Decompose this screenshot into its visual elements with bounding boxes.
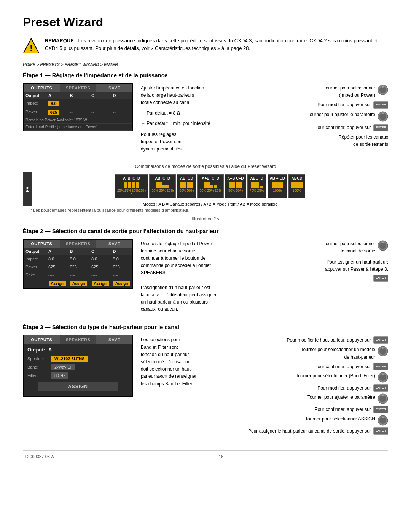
- s2-spkr-a: ----: [46, 271, 68, 279]
- bar-c: [132, 182, 135, 188]
- assign-empty: [24, 279, 46, 288]
- bar-d2: [166, 185, 169, 188]
- imped-d: --: [111, 99, 133, 108]
- mode-abcd: A B C D 25%25%25%25% *: [115, 174, 148, 198]
- enter-icon-s3-1: ENTER: [373, 336, 388, 344]
- ann-s3-confirm2: Pour confirmer, appuyer sur ENTER: [232, 406, 388, 413]
- warning-text: REMARQUE : Les niveaux de puissance indi…: [45, 37, 388, 52]
- step2-tab-outputs[interactable]: OUTPUTS: [24, 240, 60, 248]
- step3-content: Output: A Speaker: WL2102 8LFNS Band: 2-…: [24, 344, 132, 396]
- power-label: Power:: [24, 108, 46, 117]
- col-b: B: [68, 92, 90, 99]
- power-b: --: [68, 108, 90, 117]
- svg-point-10: [382, 242, 384, 243]
- step3-output-label: Output:: [27, 347, 45, 353]
- step3-speaker-row: Speaker: WL2102 8LFNS: [27, 356, 129, 362]
- s2-spkr-c: ----: [89, 271, 111, 279]
- ann-impedance-line1: Ajuster l'impédance en fonction: [141, 85, 228, 92]
- step3-tab-speakers[interactable]: SPEAKERS: [60, 335, 97, 344]
- enter-icon-s2: ENTER: [373, 275, 388, 282]
- remaining-power: Remaining Power Available: 1875 W: [24, 117, 132, 124]
- footer-center: 16: [219, 454, 223, 459]
- enter-icon-s3-4: ENTER: [373, 406, 388, 413]
- s2-col-a: A: [46, 248, 68, 255]
- s2-power-c: 625: [89, 263, 111, 271]
- mode-ab-cd: AB CD 50%50%: [177, 174, 196, 198]
- step1-title: Étape 1 — Réglage de l'impédance et de l…: [23, 72, 388, 78]
- step3-tab-save[interactable]: SAVE: [96, 335, 132, 344]
- modes-grid: A B C D 25%25%25%25% * AB C D: [32, 172, 388, 200]
- ann-s3-turn-band: Tourner pour sélectionner (Band, Filter): [232, 372, 388, 383]
- step3-band-row: Band: 2-Way LF: [27, 364, 129, 370]
- tab-speakers[interactable]: SPEAKERS: [60, 84, 97, 92]
- ann-default-min: ← Par défaut = min. pour intensité: [141, 120, 228, 127]
- illustration-note: – Illustration 25 –: [23, 216, 388, 222]
- enter-icon-1: ENTER: [373, 101, 388, 109]
- tab-outputs[interactable]: OUTPUTS: [24, 84, 60, 92]
- modes-legend: Modes : A B = Canaux séparés / A+B = Mod…: [32, 202, 388, 206]
- step3-tab-outputs[interactable]: OUTPUTS: [24, 335, 60, 344]
- breadcrumb: HOME > PRESETS > PRESET WIZARD > ENTER: [23, 62, 388, 67]
- power-d: --: [111, 108, 133, 117]
- ann-confirm: Pour confirmer, appuyer sur ENTER: [236, 124, 388, 131]
- step3-output-value: A: [48, 347, 52, 353]
- step2-tab-save[interactable]: SAVE: [96, 240, 132, 248]
- s2-col-d: D: [111, 248, 133, 255]
- assign-d-button[interactable]: Assign: [113, 281, 130, 286]
- ann-s2-assign: Pour assigner un haut-parleur; appuyer s…: [240, 259, 388, 273]
- step3-title: Étape 3 — Sélection du type de haut-parl…: [23, 324, 388, 330]
- bar-c2: [162, 185, 166, 188]
- s2-imped-b: 8.0: [68, 255, 90, 263]
- s2-spkr-d: ----: [111, 271, 133, 279]
- assign-c-cell: Assign: [89, 279, 111, 288]
- svg-text:!: !: [30, 43, 32, 53]
- modes-content: A B C D 25%25%25%25% * AB C D: [32, 172, 388, 206]
- step3-tabs: OUTPUTS SPEAKERS SAVE: [24, 335, 132, 344]
- step2-right-annotations: Tourner pour sélectionner le canal de so…: [240, 239, 388, 282]
- assign-c-button[interactable]: Assign: [92, 281, 109, 286]
- imped-c: --: [89, 99, 111, 108]
- bar-ab: [156, 182, 162, 188]
- s2-imped-d: 8.0: [111, 255, 133, 263]
- step3-panel: OUTPUTS SPEAKERS SAVE Output: A Speaker:…: [23, 335, 133, 397]
- ann-linked-3: dynamiquement liés.: [141, 145, 228, 153]
- modes-label: Combinaisons de modes de sortie possible…: [135, 164, 276, 169]
- assign-b-button[interactable]: Assign: [70, 281, 87, 286]
- knob-icon-2: [378, 111, 388, 122]
- step2-panel: OUTPUTS SPEAKERS SAVE Output: A B C D Im…: [23, 239, 133, 289]
- power-c: --: [89, 108, 111, 117]
- knob-icon-s3-3: [378, 393, 388, 404]
- s2-spkr-b: ----: [68, 271, 90, 279]
- svg-point-13: [382, 347, 384, 349]
- ann-turn-select: Tourner pour sélectionner (Imped ou Powe…: [236, 85, 388, 99]
- ann-s3-confirm: Pour confirmer, appuyer sur ENTER: [232, 363, 388, 371]
- step3-left-text: Les sélections pour Band et Filter sont …: [141, 335, 225, 387]
- ann-linked-2: Imped et Power sont: [141, 138, 228, 145]
- ann-linked-1: Pour les réglages,: [141, 131, 228, 138]
- step2-grid: Output: A B C D Imped: 8.0 8.0 8.0 8.0 P…: [24, 248, 132, 279]
- ann-default-8: ← Par défaut = 8 Ω: [141, 110, 228, 117]
- ann-turn-adjust: Tourner pour ajuster le paramètre: [236, 111, 388, 122]
- s2-power-label: Power:: [24, 263, 46, 271]
- speaker-value: WL2102 8LFNS: [51, 356, 88, 362]
- s2-imped-a: 8.0: [46, 255, 68, 263]
- assign-a-button[interactable]: Assign: [49, 281, 66, 286]
- bar-d: [136, 182, 139, 188]
- assign-big-button[interactable]: ASSIGN: [38, 382, 119, 391]
- step3-right-annotations: Pour modifier le haut-parleur, appuyer s…: [232, 335, 388, 435]
- step2-section: OUTPUTS SPEAKERS SAVE Output: A B C D Im…: [23, 239, 388, 313]
- enter-icon-s3-2: ENTER: [373, 363, 388, 371]
- ann-s3-turn-adj: Tourner pour ajuster le paramètre: [232, 393, 388, 404]
- step3-output-row: Output: A: [27, 347, 129, 353]
- panel-grid-step1: Output: A B C D Imped: 8.0 -- -- -- Powe…: [24, 92, 132, 117]
- knob-icon-s3-1: [378, 346, 388, 356]
- ann-press-modify: Pour modifier, appuyer sur ENTER: [236, 101, 388, 109]
- step3-section: OUTPUTS SPEAKERS SAVE Output: A Speaker:…: [23, 335, 388, 435]
- tab-save[interactable]: SAVE: [96, 84, 132, 92]
- ann-s3-turn-assign: Tourner pour sélectionner ASSIGN: [232, 415, 388, 426]
- page-title: Preset Wizard: [23, 15, 388, 29]
- step2-tab-speakers[interactable]: SPEAKERS: [60, 240, 97, 248]
- modes-with-fr: FR A B C D 25%25%25%25% *: [23, 172, 388, 206]
- bar-b: [128, 182, 131, 188]
- ann-s3-turn-model: Tourner pour sélectionner un modèlede ha…: [232, 346, 388, 361]
